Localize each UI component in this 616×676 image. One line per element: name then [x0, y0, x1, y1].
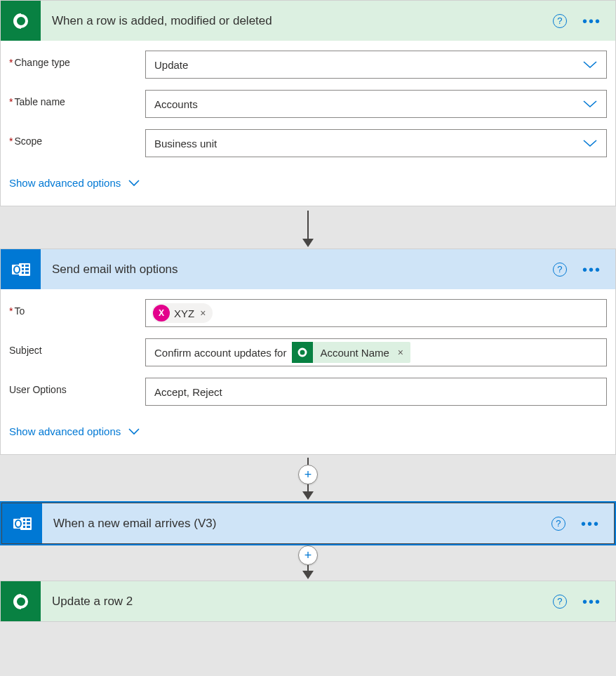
- user-options-input[interactable]: Accept, Reject: [145, 378, 607, 406]
- new-email-title: When a new email arrives (V3): [42, 517, 551, 531]
- send-email-header[interactable]: Send email with options ? •••: [1, 249, 615, 289]
- update-row-header[interactable]: Update a row 2 ? •••: [1, 581, 615, 621]
- remove-token-icon[interactable]: ×: [199, 307, 207, 319]
- subject-label: Subject: [9, 338, 145, 356]
- scope-select[interactable]: Business unit: [145, 129, 607, 157]
- svg-rect-2: [25, 265, 29, 267]
- to-token[interactable]: X XYZ ×: [152, 303, 213, 323]
- trigger-title: When a row is added, modified or deleted: [41, 14, 553, 28]
- help-icon[interactable]: ?: [553, 263, 567, 277]
- show-advanced-options-link[interactable]: Show advanced options: [9, 177, 607, 189]
- to-label: *To: [9, 299, 145, 317]
- dynamic-content-token[interactable]: Account Name ×: [292, 342, 410, 363]
- new-email-header[interactable]: When a new email arrives (V3) ? •••: [2, 503, 614, 543]
- update-row-card[interactable]: Update a row 2 ? •••: [0, 581, 616, 622]
- chevron-down-icon: [582, 60, 598, 69]
- more-menu-icon[interactable]: •••: [582, 263, 601, 277]
- svg-rect-15: [27, 526, 30, 528]
- change-type-label: *Change type: [9, 51, 145, 68]
- table-name-select[interactable]: Accounts: [145, 90, 607, 118]
- avatar: X: [153, 305, 170, 322]
- connector-add: +: [0, 545, 616, 581]
- send-email-card: Send email with options ? ••• *To X XYZ …: [0, 248, 616, 455]
- change-type-select[interactable]: Update: [145, 51, 607, 79]
- trigger-card: When a row is added, modified or deleted…: [0, 0, 616, 206]
- dataverse-icon: [1, 581, 41, 621]
- chevron-down-icon: [582, 99, 598, 109]
- send-email-body: *To X XYZ × Subject Confirm account upda…: [1, 289, 615, 454]
- new-email-card[interactable]: When a new email arrives (V3) ? •••: [0, 501, 616, 545]
- outlook-icon: [1, 249, 41, 289]
- svg-rect-13: [27, 522, 30, 524]
- more-menu-icon[interactable]: •••: [581, 517, 600, 531]
- send-email-title: Send email with options: [41, 263, 553, 277]
- help-icon[interactable]: ?: [553, 14, 567, 28]
- table-name-label: *Table name: [9, 90, 145, 107]
- chevron-down-icon: [582, 138, 598, 148]
- dataverse-icon: [292, 342, 313, 363]
- trigger-body: *Change type Update *Table name Accounts: [1, 41, 615, 206]
- more-menu-icon[interactable]: •••: [582, 14, 601, 28]
- add-step-button[interactable]: +: [298, 545, 318, 565]
- add-step-button[interactable]: +: [298, 465, 318, 484]
- scope-label: *Scope: [9, 129, 145, 147]
- update-row-title: Update a row 2: [41, 595, 553, 609]
- help-icon[interactable]: ?: [551, 517, 565, 531]
- remove-token-icon[interactable]: ×: [396, 347, 405, 358]
- more-menu-icon[interactable]: •••: [582, 595, 601, 609]
- connector-add: +: [0, 455, 616, 501]
- svg-rect-6: [25, 272, 29, 274]
- trigger-header[interactable]: When a row is added, modified or deleted…: [1, 1, 615, 41]
- svg-rect-4: [25, 268, 29, 270]
- chevron-down-icon: [128, 428, 140, 436]
- to-input[interactable]: X XYZ ×: [145, 299, 607, 327]
- show-advanced-options-link[interactable]: Show advanced options: [9, 425, 607, 437]
- dataverse-icon: [1, 1, 41, 41]
- chevron-down-icon: [128, 179, 140, 187]
- subject-input[interactable]: Confirm account updates for Account Name…: [145, 338, 607, 366]
- user-options-label: User Options: [9, 378, 145, 395]
- outlook-icon: [2, 503, 42, 543]
- connector-arrow: [0, 206, 616, 248]
- svg-rect-11: [27, 519, 30, 521]
- help-icon[interactable]: ?: [553, 595, 567, 609]
